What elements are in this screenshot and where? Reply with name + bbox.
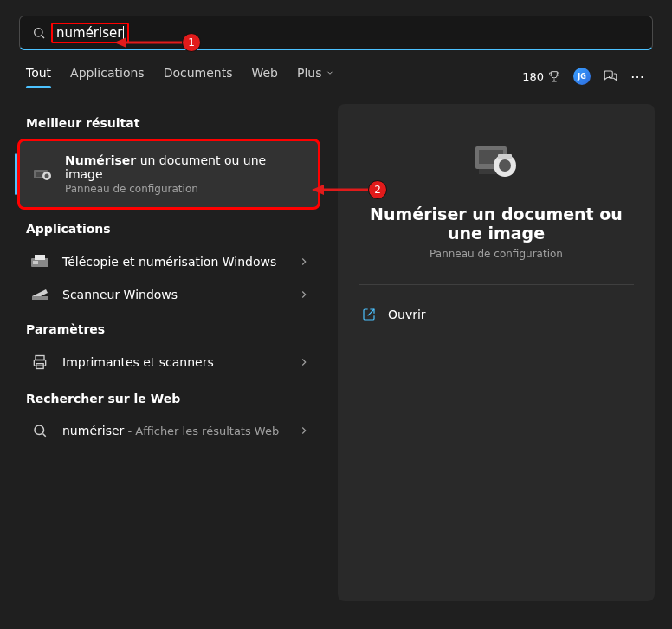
- rewards-points[interactable]: 180: [522, 69, 561, 83]
- chevron-right-icon: [298, 289, 310, 301]
- settings-result-printers[interactable]: Imprimantes et scanners: [17, 345, 320, 379]
- profile-badge-icon[interactable]: JG: [573, 68, 591, 85]
- web-result-search[interactable]: numériser - Afficher les résultats Web: [17, 414, 320, 447]
- svg-point-19: [499, 159, 511, 172]
- chevron-right-icon: [298, 425, 310, 437]
- chevron-right-icon: [298, 356, 310, 368]
- preview-icon: [472, 137, 520, 185]
- scanner-icon: [30, 165, 55, 184]
- more-options-button[interactable]: ⋯: [630, 68, 646, 85]
- flatbed-scanner-icon: [28, 288, 52, 302]
- best-result-item[interactable]: Numériser un document ou une image Panne…: [17, 139, 320, 210]
- svg-point-0: [35, 28, 42, 36]
- chat-icon[interactable]: [603, 68, 618, 84]
- tab-more[interactable]: Plus: [297, 66, 334, 87]
- tab-web[interactable]: Web: [251, 66, 278, 87]
- preview-title: Numériser un document ou une image: [359, 204, 634, 243]
- preview-subtitle: Panneau de configuration: [430, 248, 563, 260]
- tab-all[interactable]: Tout: [26, 66, 51, 87]
- svg-rect-10: [36, 356, 44, 360]
- fax-icon: [28, 253, 52, 270]
- open-action[interactable]: Ouvrir: [359, 301, 634, 328]
- search-icon: [32, 26, 46, 40]
- trophy-icon: [547, 69, 561, 83]
- search-input[interactable]: numériser: [51, 23, 129, 43]
- search-icon: [28, 423, 52, 438]
- web-result-title: numériser - Afficher les résultats Web: [62, 424, 288, 438]
- svg-point-13: [35, 425, 44, 435]
- filter-tabs-row: Tout Applications Documents Web Plus 180…: [0, 50, 672, 94]
- section-header-apps: Applications: [26, 222, 320, 236]
- preview-pane: Numériser un document ou une image Panne…: [338, 104, 655, 601]
- section-header-settings: Paramètres: [26, 322, 320, 336]
- open-label: Ouvrir: [388, 308, 426, 321]
- svg-rect-8: [33, 261, 38, 264]
- app-result-title: Télécopie et numérisation Windows: [62, 255, 288, 269]
- chevron-down-icon: [326, 68, 334, 77]
- divider: [359, 284, 634, 285]
- settings-result-title: Imprimantes et scanners: [62, 355, 288, 369]
- app-result-title: Scanneur Windows: [62, 288, 288, 302]
- app-result-scanner[interactable]: Scanneur Windows: [17, 279, 320, 310]
- svg-rect-7: [35, 255, 45, 260]
- tab-applications[interactable]: Applications: [70, 66, 145, 87]
- best-result-title: Numériser un document ou une image: [65, 153, 307, 181]
- search-bar[interactable]: numériser: [19, 16, 653, 50]
- printer-icon: [28, 353, 52, 371]
- svg-rect-9: [32, 296, 48, 300]
- svg-line-14: [42, 433, 45, 436]
- app-result-fax-scan[interactable]: Télécopie et numérisation Windows: [17, 244, 320, 279]
- search-window: numériser Tout Applications Documents We…: [0, 0, 672, 629]
- svg-point-5: [45, 174, 49, 178]
- svg-rect-20: [498, 154, 512, 159]
- svg-line-1: [42, 36, 44, 38]
- section-header-web: Rechercher sur le Web: [26, 392, 320, 405]
- results-list: Meilleur résultat Numériser un document …: [17, 104, 320, 601]
- section-header-best: Meilleur résultat: [26, 116, 320, 130]
- chevron-right-icon: [298, 256, 310, 268]
- open-external-icon: [362, 308, 376, 321]
- tab-documents[interactable]: Documents: [164, 66, 233, 87]
- best-result-subtitle: Panneau de configuration: [65, 183, 307, 195]
